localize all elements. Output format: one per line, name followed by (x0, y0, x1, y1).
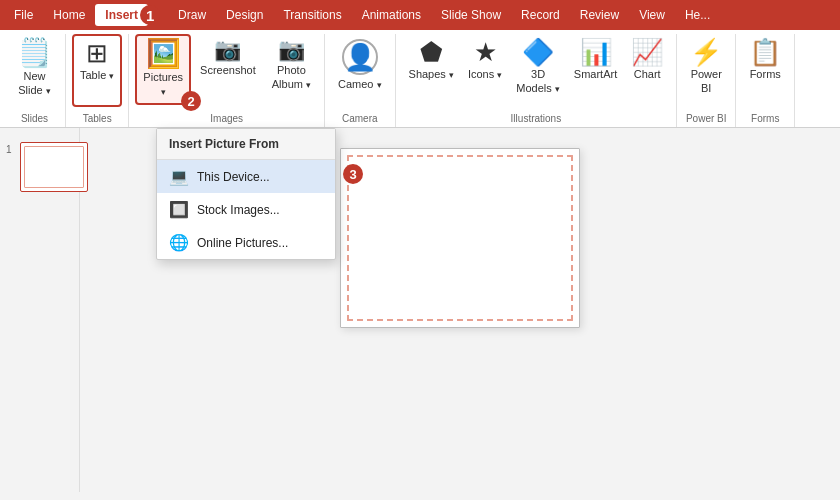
this-device-label: This Device... (197, 170, 270, 184)
ribbon-group-tables: ⊞ Table ▾ Tables (66, 34, 129, 127)
menu-record[interactable]: Record (511, 4, 570, 26)
table-caret: ▾ (109, 71, 114, 81)
menu-home[interactable]: Home (43, 4, 95, 26)
slide-inner-border (347, 155, 573, 321)
insert-picture-dropdown: Insert Picture From 💻 This Device... 3 🔲… (156, 128, 336, 260)
ribbon-group-powerbi: ⚡ PowerBI Power BI (677, 34, 736, 127)
icons-icon: ★ (474, 39, 497, 65)
powerbi-group-label: Power BI (686, 113, 727, 127)
slide-thumbnail[interactable] (20, 142, 88, 192)
menu-review[interactable]: Review (570, 4, 629, 26)
ribbon-group-slides: 🗒️ NewSlide ▾ Slides (4, 34, 66, 127)
menu-view[interactable]: View (629, 4, 675, 26)
screenshot-button[interactable]: 📷 Screenshot (193, 34, 263, 107)
menu-insert[interactable]: Insert (95, 4, 148, 26)
menu-bar: File Home Insert 1 Draw Design Transitio… (0, 0, 840, 30)
images-group-label: Images (210, 113, 243, 127)
cameo-icon: 👤 (342, 39, 378, 75)
forms-group-label: Forms (751, 113, 779, 127)
smartart-label: SmartArt (574, 67, 617, 81)
main-area: 1 (0, 128, 840, 492)
menu-file[interactable]: File (4, 4, 43, 26)
stock-images-item[interactable]: 🔲 Stock Images... (157, 193, 335, 226)
ribbon-group-forms: 📋 Forms Forms (736, 34, 795, 127)
power-bi-label: PowerBI (691, 67, 722, 96)
chart-icon: 📈 (631, 39, 663, 65)
table-icon: ⊞ (86, 40, 108, 66)
3d-models-label: 3DModels ▾ (516, 67, 560, 96)
camera-group-label: Camera (342, 113, 378, 127)
pictures-label: Pictures▾ (143, 70, 183, 99)
cameo-caret: ▾ (377, 80, 382, 90)
this-device-icon: 💻 (169, 167, 189, 186)
new-slide-label: NewSlide ▾ (18, 69, 51, 98)
ribbon-group-images: 🖼️ Pictures▾ 2 📷 Screenshot 📷 PhotoAlbum… (129, 34, 325, 127)
power-bi-icon: ⚡ (690, 39, 722, 65)
pictures-button[interactable]: 🖼️ Pictures▾ (135, 34, 191, 105)
shapes-icon: ⬟ (420, 39, 443, 65)
slide-panel: 1 (0, 128, 80, 492)
smartart-button[interactable]: 📊 SmartArt (567, 34, 624, 107)
ribbon: 🗒️ NewSlide ▾ Slides ⊞ Table ▾ Tables 🖼️… (0, 30, 840, 128)
shapes-label: Shapes ▾ (409, 67, 454, 82)
ribbon-group-illustrations: ⬟ Shapes ▾ ★ Icons ▾ 🔷 3DModels ▾ 📊 Smar… (396, 34, 678, 127)
menu-animations[interactable]: Animations (352, 4, 431, 26)
illustrations-group-label: Illustrations (511, 113, 562, 127)
this-device-item[interactable]: 💻 This Device... 3 (157, 160, 335, 193)
slide-canvas[interactable] (340, 148, 580, 328)
online-pictures-icon: 🌐 (169, 233, 189, 252)
shapes-caret: ▾ (449, 70, 454, 80)
cameo-button[interactable]: 👤 Cameo ▾ (331, 34, 389, 107)
menu-draw[interactable]: Draw (168, 4, 216, 26)
chart-label: Chart (634, 67, 661, 81)
smartart-icon: 📊 (580, 39, 612, 65)
menu-design[interactable]: Design (216, 4, 273, 26)
icons-caret: ▾ (497, 70, 502, 80)
screenshot-icon: 📷 (214, 39, 241, 61)
ribbon-group-camera: 👤 Cameo ▾ Camera (325, 34, 396, 127)
icons-button[interactable]: ★ Icons ▾ (461, 34, 509, 107)
online-pictures-item[interactable]: 🌐 Online Pictures... (157, 226, 335, 259)
table-label: Table ▾ (80, 68, 114, 83)
forms-button[interactable]: 📋 Forms (742, 34, 788, 107)
menu-transitions[interactable]: Transitions (273, 4, 351, 26)
photo-album-button[interactable]: 📷 PhotoAlbum ▾ (265, 34, 318, 107)
new-slide-icon: 🗒️ (17, 39, 52, 67)
stock-images-icon: 🔲 (169, 200, 189, 219)
cameo-label: Cameo ▾ (338, 77, 382, 92)
power-bi-button[interactable]: ⚡ PowerBI (683, 34, 729, 107)
slides-group-label: Slides (21, 113, 48, 127)
3d-models-icon: 🔷 (522, 39, 554, 65)
shapes-button[interactable]: ⬟ Shapes ▾ (402, 34, 461, 107)
new-slide-button[interactable]: 🗒️ NewSlide ▾ (10, 34, 59, 107)
menu-slideshow[interactable]: Slide Show (431, 4, 511, 26)
3d-models-caret: ▾ (555, 84, 560, 94)
forms-icon: 📋 (749, 39, 781, 65)
pictures-icon: 🖼️ (146, 40, 181, 68)
stock-images-label: Stock Images... (197, 203, 280, 217)
pictures-caret: ▾ (161, 87, 166, 97)
tables-group-label: Tables (83, 113, 112, 127)
new-slide-caret: ▾ (46, 86, 51, 96)
photo-album-caret: ▾ (306, 80, 311, 90)
chart-button[interactable]: 📈 Chart (624, 34, 670, 107)
photo-album-label: PhotoAlbum ▾ (272, 63, 311, 92)
photo-album-icon: 📷 (278, 39, 305, 61)
slide-number: 1 (6, 144, 12, 155)
online-pictures-label: Online Pictures... (197, 236, 288, 250)
icons-label: Icons ▾ (468, 67, 502, 82)
screenshot-label: Screenshot (200, 63, 256, 77)
dropdown-header: Insert Picture From (157, 129, 335, 160)
table-button[interactable]: ⊞ Table ▾ (72, 34, 122, 107)
menu-help[interactable]: He... (675, 4, 720, 26)
3d-models-button[interactable]: 🔷 3DModels ▾ (509, 34, 567, 107)
forms-label: Forms (750, 67, 781, 81)
